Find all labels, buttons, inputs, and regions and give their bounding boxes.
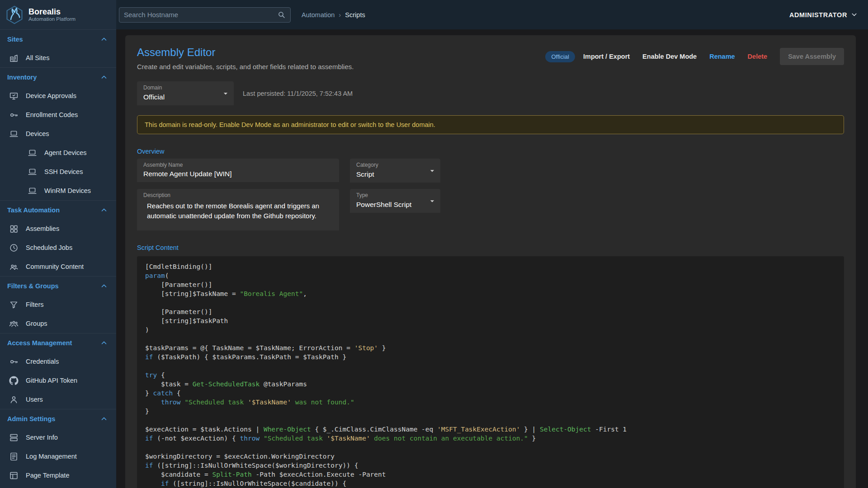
sidebar-section-admin-settings[interactable]: Admin Settings <box>0 409 116 428</box>
user-menu-label: ADMINISTRATOR <box>789 11 847 19</box>
code-line <box>145 416 836 425</box>
import-export-button[interactable]: Import / Export <box>579 49 634 64</box>
sidebar-section-task-automation[interactable]: Task Automation <box>0 200 116 219</box>
sidebar-section-label: Task Automation <box>7 206 60 214</box>
breadcrumb-automation[interactable]: Automation <box>302 11 335 19</box>
sidebar-item-log-management[interactable]: Log Management <box>0 447 116 466</box>
category-select[interactable]: Category Script <box>350 159 440 183</box>
sidebar-item-all-sites[interactable]: All Sites <box>0 48 116 67</box>
community-icon <box>9 262 19 272</box>
sidebar-item-label: SSH Devices <box>44 168 83 175</box>
sidebar-item-agent-devices[interactable]: Agent Devices <box>0 143 116 162</box>
last-persisted-text: Last persisted: 11/1/2025, 7:52:43 AM <box>243 90 353 97</box>
code-line: if (-not $execAction) { throw "Scheduled… <box>145 434 836 443</box>
chevron-up-icon <box>100 339 108 347</box>
sidebar-section-filters-groups[interactable]: Filters & Groups <box>0 276 116 295</box>
sidebar-section-label: Filters & Groups <box>7 282 59 290</box>
code-line: [CmdletBinding()] <box>145 262 836 271</box>
sidebar-section-sites[interactable]: Sites <box>0 29 116 48</box>
sidebar-item-label: Scheduled Jobs <box>26 244 72 251</box>
building-icon <box>9 53 19 63</box>
code-line: try { <box>145 371 836 380</box>
sidebar-item-label: WinRM Devices <box>44 187 91 194</box>
type-select-value: PowerShell Script <box>356 201 411 209</box>
sidebar-item-devices[interactable]: Devices <box>0 124 116 143</box>
code-line <box>145 361 836 371</box>
editor-actions: Official Import / Export Enable Dev Mode… <box>545 48 844 65</box>
topbar: Borealis Automation Platform Automation … <box>0 0 868 29</box>
sidebar-item-assemblies[interactable]: Assemblies <box>0 219 116 238</box>
code-line <box>145 334 836 343</box>
brand-subtitle: Automation Platform <box>28 16 75 22</box>
sidebar-item-page-template[interactable]: Page Template <box>0 466 116 485</box>
sidebar-item-users[interactable]: Users <box>0 390 116 409</box>
assembly-name-value: Remote Agent Update [WIN] <box>143 170 232 178</box>
sidebar-item-groups[interactable]: Groups <box>0 314 116 333</box>
sidebar-item-label: Filters <box>26 301 43 308</box>
code-line: param( <box>145 271 836 280</box>
code-line: $execAction = $task.Actions | Where-Obje… <box>145 425 836 434</box>
sidebar-item-label: Users <box>26 396 43 403</box>
enable-dev-mode-button[interactable]: Enable Dev Mode <box>638 49 701 64</box>
sidebar-item-community-content[interactable]: Community Content <box>0 257 116 276</box>
chevron-up-icon <box>100 73 108 81</box>
sidebar-item-winrm-devices[interactable]: WinRM Devices <box>0 181 116 200</box>
readonly-warning-banner: This domain is read-only. Enable Dev Mod… <box>137 115 844 134</box>
clock-icon <box>9 243 19 253</box>
sidebar-section-label: Access Management <box>7 339 72 347</box>
github-icon <box>9 375 19 385</box>
grid-icon <box>9 224 19 234</box>
page-icon <box>9 470 19 480</box>
search-input[interactable] <box>124 11 278 19</box>
code-line: $workingDirectory = $execAction.WorkingD… <box>145 452 836 461</box>
overview-section-label: Overview <box>137 148 844 155</box>
code-line: [Parameter()] <box>145 280 836 289</box>
code-line: throw "Scheduled task '$TaskName' was no… <box>145 398 836 407</box>
sidebar-section-label: Sites <box>7 36 23 43</box>
delete-button[interactable]: Delete <box>743 49 772 64</box>
sidebar-section-access-management[interactable]: Access Management <box>0 333 116 352</box>
assembly-name-field[interactable]: Assembly Name Remote Agent Update [WIN] <box>137 159 339 182</box>
sidebar-item-label: Enrollment Codes <box>26 111 78 118</box>
sidebar-item-label: Device Approvals <box>26 92 76 99</box>
filter-icon <box>9 300 19 310</box>
page-subtitle: Create and edit variables, scripts, and … <box>137 63 354 70</box>
groups-icon <box>9 319 19 328</box>
sidebar-item-credentials[interactable]: Credentials <box>0 352 116 371</box>
script-editor[interactable]: [CmdletBinding()]param( [Parameter()] [s… <box>137 256 844 488</box>
breadcrumb-scripts: Scripts <box>345 11 365 19</box>
description-label: Description <box>143 192 170 198</box>
type-select[interactable]: Type PowerShell Script <box>350 189 440 213</box>
sidebar-item-server-info[interactable]: Server Info <box>0 428 116 447</box>
laptop-icon <box>28 186 38 196</box>
key-icon <box>9 110 19 120</box>
code-line: $taskParams = @{ TaskName = $TaskName; E… <box>145 343 836 352</box>
sidebar-item-ssh-devices[interactable]: SSH Devices <box>0 162 116 181</box>
sidebar-section-inventory[interactable]: Inventory <box>0 67 116 86</box>
sidebar-section-label: Admin Settings <box>7 415 55 422</box>
description-value: Reaches out to the remote Borealis agent… <box>147 201 333 221</box>
sidebar-item-enrollment-codes[interactable]: Enrollment Codes <box>0 105 116 124</box>
save-assembly-button[interactable]: Save Assembly <box>780 48 844 65</box>
code-line <box>145 443 836 452</box>
assembly-editor-card: Assembly Editor Create and edit variable… <box>125 35 856 488</box>
domain-select[interactable]: Domain Official <box>137 81 234 105</box>
laptop-icon <box>9 129 19 139</box>
brand-name: Borealis <box>28 7 75 17</box>
sidebar-item-label: Server Info <box>26 434 58 441</box>
borealis-logo-icon <box>5 5 24 25</box>
sidebar-item-label: Groups <box>26 320 47 327</box>
sidebar-item-device-approvals[interactable]: Device Approvals <box>0 86 116 105</box>
description-field[interactable]: Description Reaches out to the remote Bo… <box>137 189 339 230</box>
code-line: [string]$TaskPath <box>145 316 836 325</box>
search-icon <box>278 11 286 19</box>
sidebar-item-scheduled-jobs[interactable]: Scheduled Jobs <box>0 238 116 257</box>
sidebar-item-filters[interactable]: Filters <box>0 295 116 314</box>
sidebar-item-label: All Sites <box>26 54 49 61</box>
code-line: if ($TaskPath) { $taskParams.TaskPath = … <box>145 352 836 361</box>
rename-button[interactable]: Rename <box>705 49 739 64</box>
category-select-value: Script <box>356 170 374 178</box>
chevron-up-icon <box>100 415 108 423</box>
sidebar-item-github-api-token[interactable]: GitHub API Token <box>0 371 116 390</box>
user-menu[interactable]: ADMINISTRATOR <box>789 11 858 19</box>
